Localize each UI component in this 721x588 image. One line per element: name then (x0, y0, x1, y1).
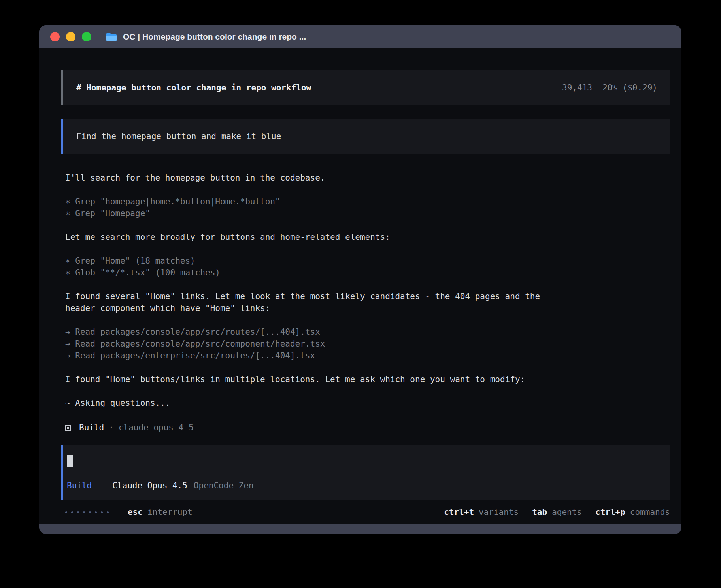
tool-call-grep: ∗ Grep "Homepage" (65, 207, 670, 219)
tool-group: ∗ Grep "homepage|home.*button|Home.*butt… (65, 196, 670, 219)
traffic-lights (50, 32, 91, 41)
session-title: # Homepage button color change in repo w… (76, 83, 311, 92)
session-stats: 39,413 20% ($0.29) (562, 83, 657, 92)
assistant-text: Let me search more broadly for buttons a… (65, 231, 557, 243)
shortcut-label: variants (479, 507, 519, 517)
agent-model: claude-opus-4-5 (119, 423, 194, 432)
shortcut-key: ctrl+p (595, 507, 625, 517)
assistant-text: I'll search for the homepage button in t… (65, 172, 557, 184)
minimize-button[interactable] (66, 32, 75, 41)
input-provider: OpenCode Zen (194, 481, 254, 490)
shortcut-key: ctrl+t (444, 507, 474, 517)
agent-name: Build (79, 423, 104, 432)
transcript: I'll search for the homepage button in t… (65, 172, 670, 409)
assistant-status-text: ~ Asking questions... (65, 397, 557, 409)
close-button[interactable] (50, 32, 60, 41)
session-header: # Homepage button color change in repo w… (61, 70, 670, 105)
agent-status-line: Build · claude-opus-4-5 (65, 422, 670, 433)
zoom-button[interactable] (82, 32, 91, 41)
terminal-content: # Homepage button color change in repo w… (39, 48, 681, 524)
assistant-text: I found "Home" buttons/links in multiple… (65, 373, 557, 385)
activity-dots-icon (65, 511, 109, 513)
tool-call-read: → Read packages/console/app/src/componen… (65, 338, 670, 350)
shortcut-group: ctrl+t variants tab agents ctrl+p comman… (444, 507, 670, 517)
input-meta: Build Claude Opus 4.5 OpenCode Zen (67, 481, 660, 490)
shortcut-label: commands (630, 507, 670, 517)
tool-call-grep: ∗ Grep "Home" (18 matches) (65, 255, 670, 267)
agent-square-icon (65, 425, 71, 431)
token-count: 39,413 (562, 83, 592, 92)
text-cursor-icon (67, 455, 73, 467)
tool-call-grep: ∗ Grep "homepage|home.*button|Home.*butt… (65, 196, 670, 207)
status-separator: · (109, 423, 114, 432)
tool-call-glob: ∗ Glob "**/*.tsx" (100 matches) (65, 267, 670, 279)
shortcut-commands: ctrl+p commands (595, 507, 670, 517)
statusbar: esc interrupt ctrl+t variants tab agents… (65, 506, 670, 518)
input-model[interactable]: Claude Opus 4.5 (112, 481, 187, 490)
shortcut-interrupt: esc interrupt (128, 507, 193, 517)
tool-group: → Read packages/console/app/src/routes/[… (65, 326, 670, 362)
user-message: Find the homepage button and make it blu… (61, 119, 670, 154)
shortcut-key: esc (128, 507, 143, 517)
titlebar[interactable]: OC | Homepage button color change in rep… (39, 25, 681, 48)
tool-group: ∗ Grep "Home" (18 matches) ∗ Glob "**/*.… (65, 255, 670, 279)
context-usage: 20% ($0.29) (602, 83, 657, 92)
shortcut-label: agents (552, 507, 582, 517)
user-message-text: Find the homepage button and make it blu… (76, 132, 281, 141)
assistant-text: I found several "Home" links. Let me loo… (65, 290, 557, 314)
shortcut-label: interrupt (147, 507, 193, 517)
tool-call-read: → Read packages/console/app/src/routes/[… (65, 326, 670, 338)
input-mode[interactable]: Build (67, 481, 92, 490)
shortcut-variants: ctrl+t variants (444, 507, 519, 517)
terminal-window: OC | Homepage button color change in rep… (39, 25, 681, 534)
window-title-group: OC | Homepage button color change in rep… (106, 32, 306, 42)
folder-icon (106, 32, 117, 42)
shortcut-agents: tab agents (532, 507, 582, 517)
window-title: OC | Homepage button color change in rep… (123, 32, 306, 41)
tool-call-read: → Read packages/enterprise/src/routes/[.… (65, 350, 670, 362)
prompt-input[interactable]: Build Claude Opus 4.5 OpenCode Zen (61, 445, 670, 500)
shortcut-key: tab (532, 507, 547, 517)
